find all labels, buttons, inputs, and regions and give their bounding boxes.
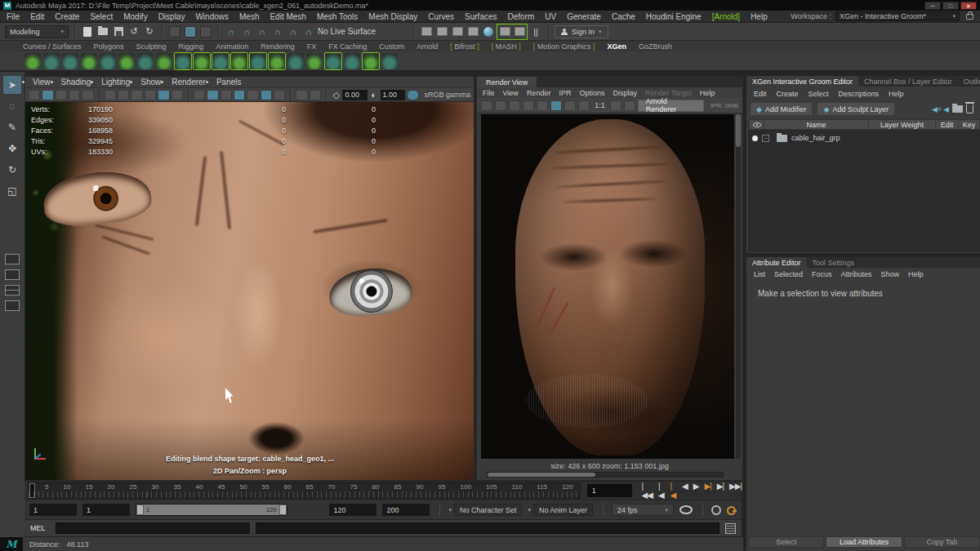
open-scene-icon[interactable] <box>96 25 109 38</box>
image-plane-icon[interactable] <box>82 90 93 100</box>
menu-item[interactable]: Help <box>751 12 768 21</box>
shelf-tab[interactable]: Arnold <box>416 42 438 51</box>
textured-icon[interactable] <box>220 90 232 100</box>
viewport-menu-item[interactable]: Renderer <box>172 78 206 87</box>
edit-column-header[interactable]: Edit <box>935 120 958 129</box>
new-folder-icon[interactable] <box>952 105 963 113</box>
attribute-menu-item[interactable]: Attributes <box>841 270 872 278</box>
lock-icon[interactable] <box>966 14 973 20</box>
xgen-shelf-icon[interactable] <box>62 53 78 69</box>
lasso-tool-icon[interactable]: ◌ <box>3 97 21 115</box>
xgen-shelf-icon[interactable] <box>306 53 323 69</box>
render-view-menu-item[interactable]: Help <box>700 89 715 97</box>
refresh-ipr-icon[interactable] <box>537 100 548 111</box>
range-end-handle[interactable] <box>279 504 287 515</box>
playback-button[interactable]: |◀◀ <box>642 482 653 500</box>
render-view-menu-item[interactable]: View <box>503 89 519 97</box>
shaded-icon[interactable] <box>207 90 218 100</box>
two-pane-layout-icon[interactable] <box>5 269 20 280</box>
attribute-editor-button[interactable]: Copy Tab <box>904 536 980 548</box>
pause-ipr-icon[interactable]: || <box>529 25 542 38</box>
grid-toggle-icon[interactable] <box>105 90 116 100</box>
shelf-tab[interactable]: Motion Graphics <box>533 42 595 51</box>
camera-attributes-icon[interactable] <box>56 90 67 100</box>
scrollbar-thumb[interactable] <box>736 114 741 147</box>
shelf-tab[interactable]: Rigging <box>179 42 204 51</box>
xgen-shelf-icon[interactable] <box>156 53 172 69</box>
resolution-gate-icon[interactable] <box>131 90 142 100</box>
wireframe-icon[interactable] <box>194 90 205 100</box>
sign-in-button[interactable]: Sign In ▾ <box>555 25 608 38</box>
anim-layer-dropdown[interactable]: ▾ No Anim Layer <box>528 504 593 516</box>
shelf-tab[interactable]: Sculpting <box>136 42 167 51</box>
character-set-dropdown[interactable]: ▾ No Character Set <box>448 504 522 516</box>
shelf-tab[interactable]: Custom <box>379 42 404 51</box>
close-button[interactable]: ✕ <box>960 2 977 10</box>
xgen-shelf-icon[interactable] <box>212 53 229 69</box>
redo-icon[interactable]: ↻ <box>143 25 156 38</box>
shelf-tab[interactable]: GoZBrush <box>639 42 672 51</box>
exposure-field[interactable]: 0.00 <box>342 90 368 100</box>
playback-loop-icon[interactable] <box>679 505 693 514</box>
xgen-shelf-icon[interactable] <box>43 53 60 69</box>
move-tool-icon[interactable]: ✥ <box>3 140 21 158</box>
render-region-icon[interactable] <box>495 100 506 111</box>
xgen-shelf-icon[interactable] <box>175 53 191 69</box>
four-pane-layout-icon[interactable] <box>5 285 20 295</box>
rotate-tool-icon[interactable]: ↻ <box>3 161 21 179</box>
render-view-tab[interactable]: Render View <box>477 77 537 87</box>
playback-button[interactable]: ◀ <box>682 482 688 500</box>
shelf-tab[interactable]: Animation <box>216 42 248 51</box>
render-view-menu-item[interactable]: Display <box>612 89 637 97</box>
menu-item[interactable]: Edit Mesh <box>270 12 305 21</box>
shelf-tab[interactable]: FX Caching <box>328 42 367 51</box>
animation-start-field[interactable]: 1 <box>82 504 130 516</box>
animation-preferences-icon[interactable] <box>711 505 721 515</box>
exposure-icon[interactable]: ◇ <box>332 88 341 101</box>
playback-start-field[interactable]: 1 <box>29 504 77 516</box>
shelf-tab[interactable]: Curves / Surfaces <box>23 42 82 51</box>
shelf-tab[interactable]: FX <box>307 42 317 51</box>
xgen-shelf-icon[interactable] <box>250 53 266 69</box>
arnold-ipr-icon[interactable] <box>513 25 526 38</box>
viewport-canvas[interactable]: Verts: 170190 0 0 Edges: 339050 0 0 Face… <box>25 102 474 480</box>
attribute-editor-tab[interactable]: Attribute Editor <box>746 257 807 268</box>
scale-tool-icon[interactable]: ◱ <box>3 182 21 200</box>
snap-curve-icon[interactable]: ∩ <box>240 25 253 38</box>
screen-space-ao-icon[interactable] <box>261 90 272 100</box>
remove-image-icon[interactable] <box>624 100 635 111</box>
zoom-ratio-button[interactable]: 1:1 <box>595 101 605 109</box>
add-sculpt-layer-button[interactable]: ◆ Add Sculpt Layer <box>817 102 894 116</box>
layer-name[interactable]: cable_hair_grp <box>791 134 840 142</box>
playback-end-field[interactable]: 200 <box>382 504 430 516</box>
display-alpha-icon[interactable] <box>578 100 590 111</box>
film-gate-icon[interactable] <box>118 90 129 100</box>
menu-item[interactable]: Create <box>55 12 79 21</box>
visibility-dot-icon[interactable] <box>752 136 758 141</box>
menu-item[interactable]: [Arnold] <box>712 12 740 21</box>
new-scene-icon[interactable] <box>81 25 94 38</box>
select-tool-icon[interactable]: ➤ <box>3 76 21 94</box>
playback-button[interactable]: ▶| <box>717 482 724 500</box>
attribute-editor-button[interactable]: Select <box>748 536 824 548</box>
render-view-menu-item[interactable]: Render Target <box>645 89 692 97</box>
dock-tab[interactable]: Channel Box / Layer Editor <box>858 76 958 87</box>
renderer-dropdown[interactable]: Arnold Renderer <box>638 100 704 112</box>
visibility-column-header[interactable] <box>749 120 764 129</box>
live-surface-field[interactable]: No Live Surface <box>318 27 408 36</box>
menu-set-dropdown[interactable]: Modeling ▾ <box>5 25 69 38</box>
shelf-tab[interactable]: XGen <box>607 42 626 51</box>
xgen-shelf-icon[interactable] <box>24 53 41 69</box>
xgen-shelf-icon[interactable] <box>194 53 210 69</box>
save-scene-icon[interactable] <box>112 25 125 38</box>
menu-item[interactable]: UV <box>545 12 556 21</box>
attribute-menu-item[interactable]: Show <box>881 270 900 278</box>
render-view-menu-item[interactable]: IPR <box>559 89 571 97</box>
attribute-editor-button[interactable]: Load Attributes <box>826 536 902 548</box>
vertical-scrollbar[interactable] <box>736 114 741 459</box>
select-hierarchy-icon[interactable] <box>168 25 181 38</box>
xgen-shelf-icon[interactable] <box>325 53 341 69</box>
snap-point-icon[interactable]: ∩ <box>256 25 269 38</box>
render-view-menu-item[interactable]: Render <box>527 89 551 97</box>
attribute-editor-tab[interactable]: Tool Settings <box>807 257 861 268</box>
